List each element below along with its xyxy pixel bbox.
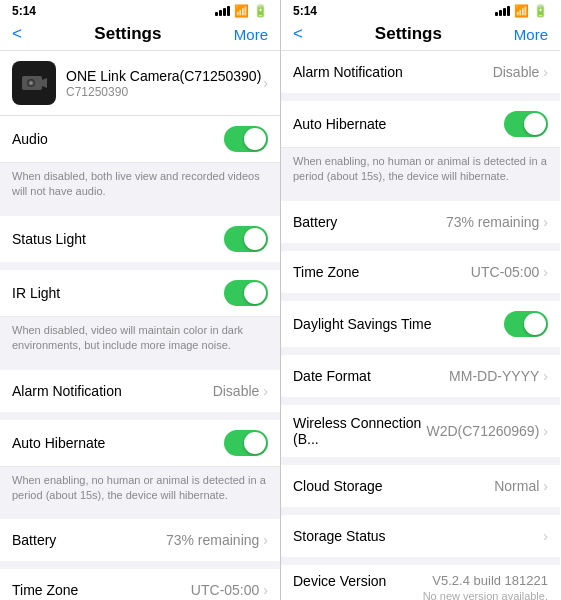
hibernate-row-left[interactable]: Auto Hibernate bbox=[0, 420, 280, 467]
battery-label-left: Battery bbox=[12, 532, 56, 548]
camera-thumbnail bbox=[12, 61, 56, 105]
status-light-toggle[interactable] bbox=[224, 226, 268, 252]
nav-bar-right: < Settings More bbox=[281, 20, 560, 51]
time-right: 5:14 bbox=[293, 4, 317, 18]
storage-status-label: Storage Status bbox=[293, 528, 386, 544]
wifi-icon-left: 📶 bbox=[234, 4, 249, 18]
storage-status-value: › bbox=[543, 528, 548, 544]
timezone-label-left: Time Zone bbox=[12, 582, 78, 598]
status-light-row[interactable]: Status Light bbox=[0, 216, 280, 262]
storage-status-group: Storage Status › bbox=[281, 515, 560, 557]
ir-light-label: IR Light bbox=[12, 285, 60, 301]
audio-toggle[interactable] bbox=[224, 126, 268, 152]
ir-light-group: IR Light When disabled, video will maint… bbox=[0, 270, 280, 362]
battery-row-right[interactable]: Battery 73% remaining › bbox=[281, 201, 560, 243]
date-format-value: MM-DD-YYYY › bbox=[449, 368, 548, 384]
camera-name: ONE Link Camera(C71250390) bbox=[66, 68, 263, 84]
cloud-storage-row[interactable]: Cloud Storage Normal › bbox=[281, 465, 560, 507]
camera-info: ONE Link Camera(C71250390) C71250390 bbox=[66, 68, 263, 99]
battery-icon-left: 🔋 bbox=[253, 4, 268, 18]
signal-icon-right bbox=[495, 6, 510, 16]
hibernate-toggle-right[interactable] bbox=[504, 111, 548, 137]
dst-group-right: Daylight Savings Time bbox=[281, 301, 560, 347]
device-version-sub: No new version available. bbox=[423, 590, 548, 600]
right-content: Alarm Notification Disable › Auto Hibern… bbox=[281, 51, 560, 600]
cloud-storage-value: Normal › bbox=[494, 478, 548, 494]
timezone-chevron-right: › bbox=[543, 264, 548, 280]
date-format-chevron: › bbox=[543, 368, 548, 384]
date-format-row[interactable]: Date Format MM-DD-YYYY › bbox=[281, 355, 560, 397]
dst-row-right[interactable]: Daylight Savings Time bbox=[281, 301, 560, 347]
battery-value-left: 73% remaining › bbox=[166, 532, 268, 548]
camera-svg-icon bbox=[20, 72, 48, 94]
battery-group-right: Battery 73% remaining › bbox=[281, 201, 560, 243]
storage-status-row[interactable]: Storage Status › bbox=[281, 515, 560, 557]
ir-light-row[interactable]: IR Light bbox=[0, 270, 280, 317]
page-title-right: Settings bbox=[375, 24, 442, 44]
battery-chevron-left: › bbox=[263, 532, 268, 548]
battery-value-right: 73% remaining › bbox=[446, 214, 548, 230]
battery-row-left[interactable]: Battery 73% remaining › bbox=[0, 519, 280, 561]
dst-label-right: Daylight Savings Time bbox=[293, 316, 432, 332]
timezone-row-right[interactable]: Time Zone UTC-05:00 › bbox=[281, 251, 560, 293]
back-button-left[interactable]: < bbox=[12, 24, 22, 44]
audio-label: Audio bbox=[12, 131, 48, 147]
battery-chevron-right: › bbox=[543, 214, 548, 230]
audio-note: When disabled, both live view and record… bbox=[0, 163, 280, 208]
battery-label-right: Battery bbox=[293, 214, 337, 230]
status-icons-left: 📶 🔋 bbox=[215, 4, 268, 18]
hibernate-note-right: When enabling, no human or animal is det… bbox=[281, 148, 560, 193]
timezone-row-left[interactable]: Time Zone UTC-05:00 › bbox=[0, 569, 280, 600]
hibernate-toggle-left[interactable] bbox=[224, 430, 268, 456]
hibernate-label-left: Auto Hibernate bbox=[12, 435, 105, 451]
device-version-value: V5.2.4 build 181221 bbox=[423, 573, 548, 588]
signal-icon-left bbox=[215, 6, 230, 16]
alarm-label-left: Alarm Notification bbox=[12, 383, 122, 399]
right-panel: 5:14 📶 🔋 < Settings More Alarm Notificat… bbox=[280, 0, 560, 600]
hibernate-row-right[interactable]: Auto Hibernate bbox=[281, 101, 560, 148]
audio-row[interactable]: Audio bbox=[0, 116, 280, 163]
camera-id: C71250390 bbox=[66, 85, 263, 99]
ir-light-note: When disabled, video will maintain color… bbox=[0, 317, 280, 362]
wireless-value: W2D(C71260969) › bbox=[426, 423, 548, 439]
page-title-left: Settings bbox=[94, 24, 161, 44]
more-button-right[interactable]: More bbox=[514, 26, 548, 43]
dst-toggle-right[interactable] bbox=[504, 311, 548, 337]
alarm-group-left: Alarm Notification Disable › bbox=[0, 370, 280, 412]
hibernate-note-left: When enabling, no human or animal is det… bbox=[0, 467, 280, 512]
device-version-row[interactable]: Device Version V5.2.4 build 181221 No ne… bbox=[281, 565, 560, 600]
cloud-storage-chevron: › bbox=[543, 478, 548, 494]
more-button-left[interactable]: More bbox=[234, 26, 268, 43]
alarm-row-right[interactable]: Alarm Notification Disable › bbox=[281, 51, 560, 93]
device-version-label: Device Version bbox=[293, 573, 386, 589]
alarm-chevron-right: › bbox=[543, 64, 548, 80]
cloud-storage-group: Cloud Storage Normal › bbox=[281, 465, 560, 507]
back-button-right[interactable]: < bbox=[293, 24, 303, 44]
ir-light-toggle[interactable] bbox=[224, 280, 268, 306]
status-bar-left: 5:14 📶 🔋 bbox=[0, 0, 280, 20]
status-icons-right: 📶 🔋 bbox=[495, 4, 548, 18]
left-content: ONE Link Camera(C71250390) C71250390 › A… bbox=[0, 51, 280, 600]
hibernate-group-right: Auto Hibernate When enabling, no human o… bbox=[281, 101, 560, 193]
date-format-label: Date Format bbox=[293, 368, 371, 384]
svg-marker-4 bbox=[42, 78, 47, 88]
camera-chevron: › bbox=[263, 75, 268, 91]
camera-row[interactable]: ONE Link Camera(C71250390) C71250390 › bbox=[0, 51, 280, 116]
status-bar-right: 5:14 📶 🔋 bbox=[281, 0, 560, 20]
cloud-storage-label: Cloud Storage bbox=[293, 478, 383, 494]
battery-icon-right: 🔋 bbox=[533, 4, 548, 18]
audio-group: Audio When disabled, both live view and … bbox=[0, 116, 280, 208]
wireless-chevron: › bbox=[543, 423, 548, 439]
status-light-label: Status Light bbox=[12, 231, 86, 247]
alarm-label-right: Alarm Notification bbox=[293, 64, 403, 80]
timezone-chevron-left: › bbox=[263, 582, 268, 598]
alarm-value-left: Disable › bbox=[213, 383, 268, 399]
wireless-row[interactable]: Wireless Connection (B... W2D(C71260969)… bbox=[281, 405, 560, 457]
timezone-value-right: UTC-05:00 › bbox=[471, 264, 548, 280]
storage-status-chevron: › bbox=[543, 528, 548, 544]
timezone-label-right: Time Zone bbox=[293, 264, 359, 280]
wireless-group: Wireless Connection (B... W2D(C71260969)… bbox=[281, 405, 560, 457]
date-format-group: Date Format MM-DD-YYYY › bbox=[281, 355, 560, 397]
time-left: 5:14 bbox=[12, 4, 36, 18]
alarm-row-left[interactable]: Alarm Notification Disable › bbox=[0, 370, 280, 412]
